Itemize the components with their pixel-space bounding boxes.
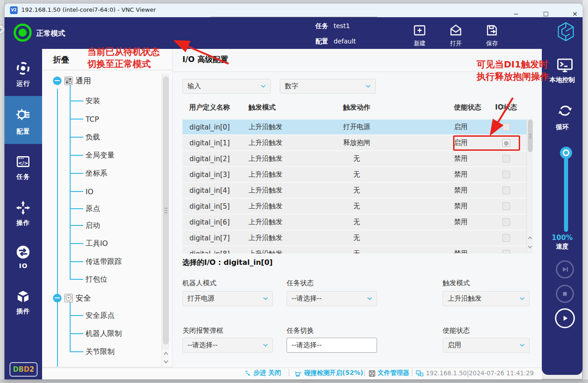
- loop-button[interactable]: 循环: [542, 123, 583, 131]
- chevron-down-icon: [367, 297, 372, 300]
- step-forward-button[interactable]: [556, 260, 574, 278]
- desktop-edge-bottom: 插件 任务状态 控制模式 使能状态: [0, 379, 588, 383]
- sidebar-item-operate[interactable]: 操作: [5, 219, 42, 227]
- task-status-label: 任务状态: [287, 279, 314, 287]
- play-button[interactable]: [555, 308, 575, 328]
- speed-slider-track[interactable]: [564, 154, 568, 232]
- tree-item-pack-pos[interactable]: 打包位: [70, 275, 107, 284]
- task-switch-select[interactable]: --请选择--: [287, 338, 377, 353]
- chevron-up-icon[interactable]: [528, 236, 532, 239]
- tree-collapse-button[interactable]: 折叠: [53, 54, 69, 65]
- io-state-checkbox[interactable]: [502, 187, 510, 194]
- tree-item-io[interactable]: IO: [70, 187, 93, 196]
- new-button[interactable]: 新建: [406, 39, 433, 48]
- open-icon[interactable]: [449, 23, 463, 38]
- task-status-select[interactable]: --请选择--: [287, 291, 377, 306]
- table-scrollbar[interactable]: [526, 119, 533, 254]
- config-label: 配置: [316, 38, 328, 46]
- tree-scroll-buttons[interactable]: [162, 350, 169, 367]
- table-row[interactable]: digital_in[5]上升沿触发无禁用: [182, 199, 526, 214]
- io-type-select[interactable]: 输入: [182, 79, 271, 94]
- io-state-checkbox[interactable]: [502, 234, 510, 242]
- tree-item-global-vars[interactable]: 全局变量: [70, 151, 115, 160]
- collision-icon: [294, 370, 302, 377]
- collapse-minus-icon[interactable]: [53, 77, 62, 85]
- tree-item-robot-limits[interactable]: 机器人限制: [70, 329, 122, 338]
- speed-slider-handle[interactable]: [560, 147, 572, 159]
- screen: + 插件 任务状态 控制模式 使能状态 V2 192.168.1.50 (int…: [0, 0, 588, 383]
- stop-button[interactable]: [556, 285, 574, 303]
- sidebar-item-task[interactable]: 任务: [5, 173, 42, 181]
- io-state-checkbox[interactable]: [502, 218, 510, 226]
- trigger-mode-select[interactable]: 上升沿触发: [443, 291, 530, 306]
- close-alarm-label: 关闭报警弹框: [182, 326, 223, 335]
- close-alarm-select[interactable]: --请选择--: [182, 338, 273, 353]
- local-control-icon: [556, 57, 574, 75]
- chevron-down-icon: [263, 297, 268, 300]
- table-header: 用户定义名称 触发模式 触发动作 使能状态 IO状态: [182, 103, 526, 112]
- tree-node-safety[interactable]: 安全: [53, 293, 91, 302]
- tree-item-joint-limits[interactable]: 关节限制: [70, 347, 115, 356]
- tree-node-general[interactable]: 通用: [53, 76, 91, 85]
- save-button[interactable]: 保存: [478, 39, 506, 48]
- task-switch-label: 任务切换: [287, 326, 314, 335]
- io-state-checkbox[interactable]: [502, 155, 510, 163]
- io-state-checkbox[interactable]: [502, 250, 510, 254]
- sidebar-item-io[interactable]: IO: [5, 262, 42, 269]
- tree-item-safety-origin[interactable]: 安全原点: [70, 311, 115, 320]
- sidebar-item-config[interactable]: 配置: [5, 128, 42, 136]
- table-row[interactable]: digital_in[6]上升沿触发无禁用: [182, 215, 526, 230]
- tree-item-tool-io[interactable]: 工具IO: [70, 239, 108, 248]
- table-row[interactable]: digital_in[3]上升沿触发无禁用: [182, 167, 526, 182]
- chevron-down-icon: [520, 344, 525, 347]
- io-circle-icon: [15, 244, 31, 262]
- run-icon: [15, 61, 31, 78]
- save-icon[interactable]: [485, 23, 499, 38]
- table-row[interactable]: digital_in[2]上升沿触发无禁用: [182, 151, 526, 166]
- skip-icon: [560, 264, 570, 274]
- trigger-mode-label: 触发模式: [443, 279, 470, 287]
- file-manager-icon: [368, 370, 376, 377]
- table-row[interactable]: digital_in[7]上升沿触发无: [182, 230, 526, 245]
- table-scrollbar-thumb[interactable]: [528, 120, 533, 152]
- table-row[interactable]: digital_in[4]上升沿触发无禁用: [182, 183, 526, 198]
- collapse-minus-icon[interactable]: [53, 294, 62, 302]
- table-row-partial[interactable]: digital_in[8]上升沿触发无禁用: [182, 246, 526, 254]
- enable-state-select[interactable]: 启用: [443, 338, 530, 353]
- move-arrows-icon: [15, 200, 31, 217]
- tree-scrollbar-thumb[interactable]: [163, 77, 169, 345]
- file-manager-button[interactable]: 文件管理器: [378, 369, 409, 377]
- chevron-up-icon[interactable]: [163, 352, 168, 355]
- io-state-checkbox[interactable]: [502, 171, 510, 178]
- step-mode-icon: [244, 370, 252, 377]
- tree-scrollbar[interactable]: [162, 74, 169, 350]
- tree-item-install[interactable]: 安装: [70, 96, 100, 105]
- connection-info: 192.168.1.50|2024-07-26 11:41:29: [426, 369, 534, 377]
- io-state-checkbox[interactable]: [502, 123, 510, 131]
- tree-item-origin[interactable]: 原点: [70, 204, 100, 213]
- chevron-down-icon: [263, 344, 268, 347]
- grid-icon: [64, 77, 73, 85]
- speed-label: 速度: [542, 243, 583, 251]
- io-kind-select[interactable]: 数字: [280, 79, 376, 94]
- table-row[interactable]: digital_in[0]上升沿触发打开电源启用: [182, 120, 526, 134]
- tree-connector: [70, 302, 71, 352]
- window-titlebar: V2 192.168.1.50 (intel-corei7-64:0) - VN…: [5, 4, 583, 17]
- tree-item-coord[interactable]: 坐标系: [70, 169, 107, 178]
- new-icon[interactable]: [412, 23, 427, 38]
- io-state-checkbox[interactable]: [502, 202, 510, 210]
- tree-item-tcp[interactable]: TCP: [70, 115, 99, 124]
- tree-item-conveyor[interactable]: 传送带跟踪: [70, 257, 122, 266]
- sidebar-item-plugin[interactable]: 插件: [5, 307, 42, 316]
- step-mode-status[interactable]: 步进 关闭: [253, 369, 281, 377]
- open-button[interactable]: 打开: [442, 39, 469, 48]
- network-icon: [416, 370, 424, 377]
- stop-icon: [560, 289, 570, 299]
- chevron-down-icon[interactable]: [163, 360, 168, 364]
- sidebar-item-run[interactable]: 运行: [5, 80, 42, 88]
- collision-detection-status[interactable]: 碰撞检测开启(52%): [304, 369, 363, 377]
- robot-mode-select[interactable]: 打开电源: [182, 291, 273, 306]
- chevron-down-icon[interactable]: [528, 245, 532, 249]
- tree-item-payload[interactable]: 负载: [70, 133, 100, 142]
- tree-item-startup[interactable]: 启动: [70, 221, 100, 230]
